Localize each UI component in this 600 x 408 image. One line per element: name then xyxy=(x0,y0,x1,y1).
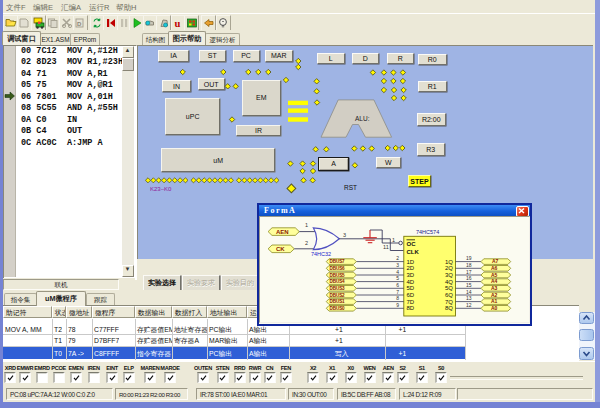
svg-text:A5: A5 xyxy=(491,272,498,278)
svg-text:DBUS5: DBUS5 xyxy=(330,273,346,278)
svg-text:DBUS0: DBUS0 xyxy=(330,306,346,311)
svg-text:A1: A1 xyxy=(491,298,498,304)
svg-text:5D: 5D xyxy=(407,285,415,291)
svg-text:DBUS6: DBUS6 xyxy=(330,266,346,271)
svg-text:8Q: 8Q xyxy=(445,305,453,311)
svg-text:6: 6 xyxy=(396,282,399,288)
svg-text:12: 12 xyxy=(466,302,472,308)
svg-text:19: 19 xyxy=(466,255,472,261)
svg-text:16: 16 xyxy=(466,275,472,281)
svg-text:1Q: 1Q xyxy=(445,259,453,265)
svg-text:11: 11 xyxy=(383,244,389,250)
svg-text:14: 14 xyxy=(466,289,472,295)
svg-text:6Q: 6Q xyxy=(445,292,453,298)
svg-text:4D: 4D xyxy=(407,279,415,285)
svg-text:DBUS3: DBUS3 xyxy=(330,286,346,291)
svg-text:13: 13 xyxy=(466,295,472,301)
svg-text:74HC32: 74HC32 xyxy=(311,251,331,257)
svg-text:74HC574: 74HC574 xyxy=(416,229,439,235)
svg-text:A6: A6 xyxy=(491,265,498,271)
svg-text:DBUS4: DBUS4 xyxy=(330,279,346,284)
svg-text:AEN: AEN xyxy=(276,229,289,235)
svg-text:2Q: 2Q xyxy=(445,265,453,271)
svg-text:A7: A7 xyxy=(492,258,499,264)
svg-text:4Q: 4Q xyxy=(445,279,453,285)
svg-text:4: 4 xyxy=(396,269,399,275)
svg-text:DBUS7: DBUS7 xyxy=(330,259,346,264)
svg-text:15: 15 xyxy=(466,282,472,288)
svg-text:CLK: CLK xyxy=(407,249,420,255)
svg-text:5: 5 xyxy=(396,275,399,281)
svg-text:2: 2 xyxy=(305,240,308,246)
svg-text:8: 8 xyxy=(396,295,399,301)
svg-text:18: 18 xyxy=(466,262,472,268)
svg-text:5Q: 5Q xyxy=(445,285,453,291)
svg-text:3D: 3D xyxy=(407,272,415,278)
svg-text:A3: A3 xyxy=(491,285,498,291)
svg-text:8D: 8D xyxy=(407,305,415,311)
svg-text:u: u xyxy=(175,18,181,29)
svg-text:A2: A2 xyxy=(491,292,498,298)
svg-text:6D: 6D xyxy=(407,292,415,298)
svg-text:7D: 7D xyxy=(407,299,415,305)
svg-text:3Q: 3Q xyxy=(445,272,453,278)
svg-text:3: 3 xyxy=(343,232,346,238)
svg-text:3: 3 xyxy=(396,262,399,268)
svg-text:OC: OC xyxy=(407,241,417,247)
svg-text:A0: A0 xyxy=(491,305,498,311)
svg-text:A4: A4 xyxy=(491,278,498,284)
svg-text:D: D xyxy=(77,21,82,27)
svg-text:1: 1 xyxy=(392,237,395,243)
svg-text:1: 1 xyxy=(305,222,308,228)
svg-text:7: 7 xyxy=(396,289,399,295)
svg-text:1D: 1D xyxy=(407,259,415,265)
svg-text:DBUS2: DBUS2 xyxy=(330,293,346,298)
svg-text:7Q: 7Q xyxy=(445,299,453,305)
svg-text:17: 17 xyxy=(466,269,472,275)
svg-text:CK: CK xyxy=(276,246,285,252)
svg-text:DBUS1: DBUS1 xyxy=(330,299,346,304)
svg-text:9: 9 xyxy=(396,302,399,308)
svg-text:2: 2 xyxy=(396,255,399,261)
svg-text:2D: 2D xyxy=(407,265,415,271)
